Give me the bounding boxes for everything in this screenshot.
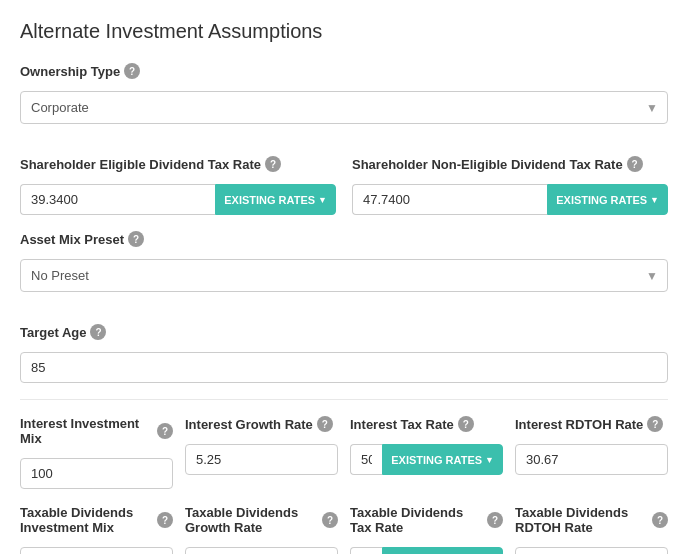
taxable-dividends-investment-mix-help-icon[interactable]: ?: [157, 512, 173, 528]
shareholder-eligible-field: Shareholder Eligible Dividend Tax Rate ?…: [20, 156, 336, 215]
target-age-input[interactable]: [20, 352, 668, 383]
taxable-dividends-investment-mix-input[interactable]: [20, 547, 173, 554]
interest-rdtoh-rate-input[interactable]: [515, 444, 668, 475]
interest-tax-rate-field: Interest Tax Rate ? EXISTING RATES ▼: [350, 416, 503, 489]
shareholder-eligible-caret-icon: ▼: [318, 195, 327, 205]
interest-growth-rate-input[interactable]: [185, 444, 338, 475]
ownership-type-label: Ownership Type ?: [20, 63, 668, 79]
shareholder-noneligible-help-icon[interactable]: ?: [627, 156, 643, 172]
taxable-dividends-tax-rate-field: Taxable Dividends Tax Rate ? EXISTING RA…: [350, 505, 503, 554]
interest-investment-mix-input[interactable]: [20, 458, 173, 489]
interest-tax-rate-caret-icon: ▼: [485, 455, 494, 465]
shareholder-noneligible-caret-icon: ▼: [650, 195, 659, 205]
interest-investment-mix-label: Interest Investment Mix: [20, 416, 153, 446]
taxable-dividends-investment-mix-field: Taxable Dividends Investment Mix ?: [20, 505, 173, 554]
interest-tax-rate-label: Interest Tax Rate: [350, 417, 454, 432]
taxable-dividends-rdtoh-rate-help-icon[interactable]: ?: [652, 512, 668, 528]
interest-tax-rate-help-icon[interactable]: ?: [458, 416, 474, 432]
taxable-dividends-growth-rate-input[interactable]: [185, 547, 338, 554]
target-age-help-icon[interactable]: ?: [90, 324, 106, 340]
interest-investment-mix-field: Interest Investment Mix ?: [20, 416, 173, 489]
shareholder-noneligible-existing-rates-button[interactable]: EXISTING RATES ▼: [547, 184, 668, 215]
ownership-type-help-icon[interactable]: ?: [124, 63, 140, 79]
interest-growth-rate-label: Interest Growth Rate: [185, 417, 313, 432]
shareholder-eligible-existing-rates-button[interactable]: EXISTING RATES ▼: [215, 184, 336, 215]
taxable-dividends-investment-mix-label: Taxable Dividends Investment Mix: [20, 505, 153, 535]
taxable-dividends-growth-rate-help-icon[interactable]: ?: [322, 512, 338, 528]
taxable-dividends-rdtoh-rate-field: Taxable Dividends RDTOH Rate ?: [515, 505, 668, 554]
page-title: Alternate Investment Assumptions: [20, 20, 668, 43]
interest-tax-rate-input[interactable]: [350, 444, 382, 475]
taxable-dividends-rdtoh-rate-label: Taxable Dividends RDTOH Rate: [515, 505, 648, 535]
ownership-type-select[interactable]: Corporate Personal Partnership: [20, 91, 668, 124]
target-age-label: Target Age ?: [20, 324, 668, 340]
interest-row: Interest Investment Mix ? Interest Growt…: [20, 416, 668, 489]
shareholder-eligible-input[interactable]: [20, 184, 215, 215]
interest-investment-mix-help-icon[interactable]: ?: [157, 423, 173, 439]
taxable-dividends-tax-rate-input[interactable]: [350, 547, 382, 554]
shareholder-eligible-label: Shareholder Eligible Dividend Tax Rate: [20, 157, 261, 172]
interest-tax-rate-existing-rates-button[interactable]: EXISTING RATES ▼: [382, 444, 503, 475]
taxable-dividends-growth-rate-label: Taxable Dividends Growth Rate: [185, 505, 318, 535]
taxable-dividends-tax-rate-existing-rates-button[interactable]: EXISTING RATES ▼: [382, 547, 503, 554]
asset-mix-help-icon[interactable]: ?: [128, 231, 144, 247]
shareholder-noneligible-input[interactable]: [352, 184, 547, 215]
taxable-dividends-rdtoh-rate-input[interactable]: [515, 547, 668, 554]
taxable-dividends-tax-rate-help-icon[interactable]: ?: [487, 512, 503, 528]
interest-rdtoh-rate-field: Interest RDTOH Rate ?: [515, 416, 668, 489]
taxable-dividends-growth-rate-field: Taxable Dividends Growth Rate ?: [185, 505, 338, 554]
asset-mix-label: Asset Mix Preset ?: [20, 231, 668, 247]
shareholder-noneligible-label: Shareholder Non-Eligible Dividend Tax Ra…: [352, 157, 623, 172]
interest-rdtoh-rate-help-icon[interactable]: ?: [647, 416, 663, 432]
taxable-dividends-tax-rate-label: Taxable Dividends Tax Rate: [350, 505, 483, 535]
shareholder-noneligible-field: Shareholder Non-Eligible Dividend Tax Ra…: [352, 156, 668, 215]
taxable-dividends-row: Taxable Dividends Investment Mix ? Taxab…: [20, 505, 668, 554]
asset-mix-select[interactable]: No Preset: [20, 259, 668, 292]
shareholder-eligible-help-icon[interactable]: ?: [265, 156, 281, 172]
interest-growth-rate-field: Interest Growth Rate ?: [185, 416, 338, 489]
interest-growth-rate-help-icon[interactable]: ?: [317, 416, 333, 432]
interest-rdtoh-rate-label: Interest RDTOH Rate: [515, 417, 643, 432]
